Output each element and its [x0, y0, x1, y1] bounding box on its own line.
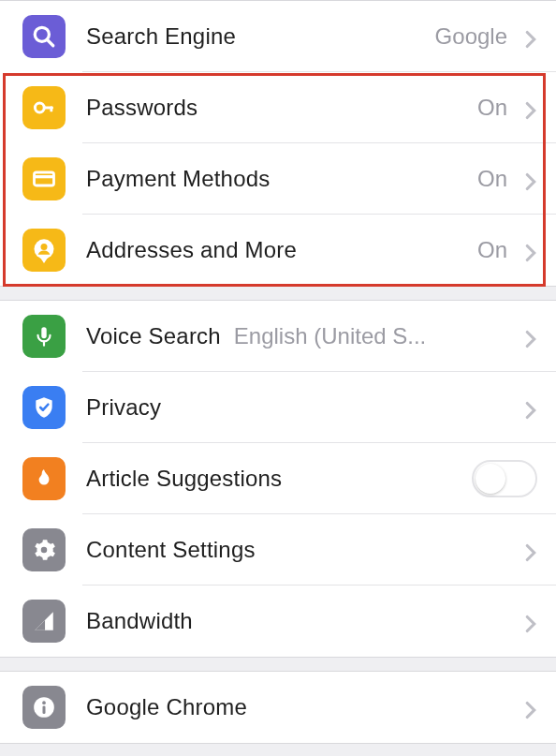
row-article-suggestions[interactable]: Article Suggestions — [0, 443, 556, 514]
row-label: Voice Search — [86, 323, 221, 349]
microphone-icon — [22, 315, 66, 358]
search-icon — [22, 15, 66, 58]
svg-marker-14 — [35, 620, 45, 630]
chevron-right-icon — [524, 101, 537, 114]
row-label: Bandwidth — [86, 608, 193, 634]
svg-rect-10 — [41, 327, 46, 338]
key-icon — [22, 86, 66, 129]
row-label: Payment Methods — [86, 166, 270, 192]
settings-group-1: Search Engine Google Passwords On — [0, 0, 556, 287]
row-label: Content Settings — [86, 537, 256, 563]
row-content-settings[interactable]: Content Settings — [0, 514, 556, 586]
info-icon — [22, 686, 66, 729]
row-label: Privacy — [86, 394, 161, 421]
chevron-right-icon — [524, 615, 537, 628]
toggle-article-suggestions[interactable] — [472, 460, 537, 497]
gear-icon — [22, 528, 66, 571]
settings-group-3: Google Chrome — [0, 671, 556, 744]
row-search-engine[interactable]: Search Engine Google — [0, 1, 556, 72]
row-label: Article Suggestions — [86, 466, 282, 492]
row-value: On — [477, 166, 507, 192]
chevron-right-icon — [524, 30, 537, 43]
row-voice-search[interactable]: Voice Search English (United S... — [0, 301, 556, 372]
svg-point-12 — [41, 547, 48, 554]
person-pin-icon — [22, 229, 66, 272]
toggle-knob — [476, 464, 505, 494]
row-label: Google Chrome — [86, 694, 247, 720]
svg-marker-8 — [39, 257, 48, 263]
flame-icon — [22, 457, 66, 500]
chevron-right-icon — [524, 543, 537, 556]
signal-icon — [22, 600, 66, 643]
row-value: On — [477, 95, 507, 121]
row-passwords[interactable]: Passwords On — [0, 72, 556, 143]
svg-line-1 — [47, 39, 53, 46]
row-value: Google — [435, 23, 507, 50]
row-privacy[interactable]: Privacy — [0, 372, 556, 443]
svg-rect-4 — [50, 106, 52, 111]
settings-group-2: Voice Search English (United S... Privac… — [0, 300, 556, 658]
svg-rect-17 — [42, 705, 45, 714]
row-payment-methods[interactable]: Payment Methods On — [0, 143, 556, 215]
row-addresses-and-more[interactable]: Addresses and More On — [0, 215, 556, 286]
svg-point-16 — [42, 701, 46, 704]
row-label: Addresses and More — [86, 237, 297, 263]
row-google-chrome[interactable]: Google Chrome — [0, 672, 556, 743]
row-label: Search Engine — [86, 23, 236, 50]
svg-point-2 — [35, 103, 44, 112]
svg-point-9 — [41, 244, 48, 250]
row-value: On — [477, 237, 507, 263]
credit-card-icon — [22, 157, 66, 200]
shield-check-icon — [22, 386, 66, 429]
svg-rect-5 — [35, 172, 54, 185]
chevron-right-icon — [524, 401, 537, 414]
chevron-right-icon — [524, 330, 537, 343]
row-label: Passwords — [86, 95, 198, 121]
row-bandwidth[interactable]: Bandwidth — [0, 586, 556, 657]
chevron-right-icon — [524, 701, 537, 714]
row-value: English (United S... — [234, 323, 507, 349]
chevron-right-icon — [524, 244, 537, 257]
chevron-right-icon — [524, 172, 537, 185]
